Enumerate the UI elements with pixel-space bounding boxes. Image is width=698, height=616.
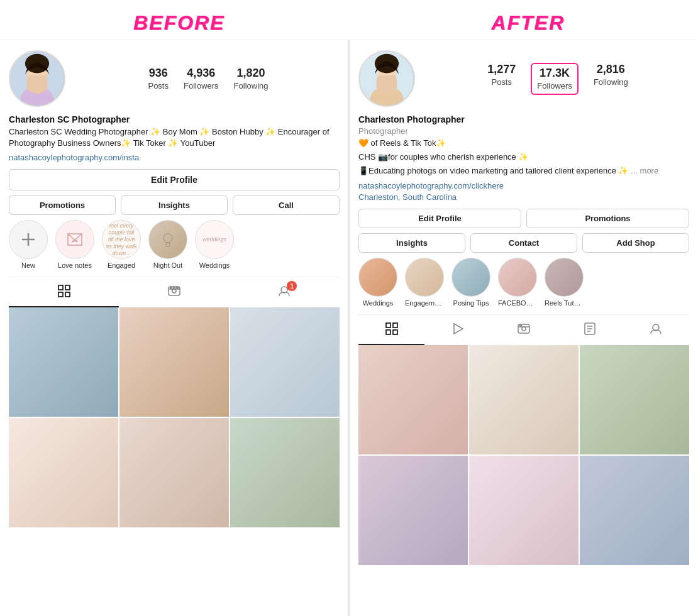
before-photo-grid: [9, 307, 340, 527]
after-tab-reels[interactable]: [490, 315, 557, 345]
after-stats: 1,277 Posts 17.3K Followers 2,816 Follow…: [426, 63, 689, 95]
highlight-weddings-before-circle: weddings: [195, 220, 234, 259]
highlight-reels[interactable]: Reels Tutori...: [545, 258, 584, 307]
highlight-facebook-label: FACEBOOK...: [498, 299, 537, 307]
before-photo-2: [119, 307, 229, 417]
before-tab-grid[interactable]: [9, 277, 119, 307]
before-highlights: New Love notes feel every couple fall al…: [9, 220, 340, 269]
after-posts-stat: 1,277 Posts: [487, 63, 516, 95]
highlight-new-label: New: [21, 261, 35, 269]
notification-badge: 1: [287, 281, 297, 291]
svg-rect-26: [393, 330, 397, 334]
highlight-night-out[interactable]: Night Out: [148, 220, 187, 269]
svg-point-7: [163, 234, 172, 243]
after-photo-5: [469, 456, 579, 565]
highlight-love-notes[interactable]: Love notes: [55, 220, 94, 269]
before-promotions-button[interactable]: Promotions: [9, 195, 116, 215]
highlight-facebook[interactable]: FACEBOOK...: [498, 258, 537, 307]
highlight-engagements-circle: [405, 258, 444, 297]
before-tab-reels[interactable]: [119, 277, 229, 307]
after-edit-profile-button[interactable]: Edit Profile: [358, 209, 521, 228]
highlight-nightout-label: Night Out: [153, 261, 182, 269]
highlight-love-circle: [55, 220, 94, 259]
before-following-stat: 1,820 Following: [234, 67, 269, 91]
svg-point-29: [522, 327, 526, 331]
before-profile-header: 936 Posts 4,936 Followers 1,820 Followin…: [9, 50, 340, 107]
highlight-facebook-circle: [498, 258, 537, 297]
before-photo-5: [119, 418, 229, 527]
highlight-nightout-circle: [148, 220, 187, 259]
after-contact-button[interactable]: Contact: [470, 233, 577, 253]
after-tab-tagged[interactable]: [623, 315, 689, 345]
highlight-engagements[interactable]: Engagements: [405, 258, 444, 307]
before-insights-button[interactable]: Insights: [121, 195, 228, 215]
after-photo-6: [580, 456, 689, 565]
svg-point-30: [520, 324, 522, 326]
after-label: AFTER: [491, 11, 565, 35]
after-insights-button[interactable]: Insights: [358, 233, 465, 253]
highlight-reels-circle: [545, 258, 584, 297]
after-bio: Charleston Photographer Photographer 🧡 o…: [358, 114, 689, 202]
after-bio-link[interactable]: natashacoylephotography.com/clickhere: [358, 181, 504, 190]
before-stats: 936 Posts 4,936 Followers 1,820 Followin…: [77, 67, 340, 91]
highlight-weddings-after[interactable]: Weddings: [358, 258, 397, 307]
after-add-shop-button[interactable]: Add Shop: [582, 233, 689, 253]
before-panel: 936 Posts 4,936 Followers 1,820 Followin…: [0, 40, 350, 616]
before-tab-tagged[interactable]: 1: [230, 277, 340, 307]
before-followers-stat: 4,936 Followers: [184, 67, 219, 91]
highlight-posing-circle: [451, 258, 490, 297]
before-action-buttons: Promotions Insights Call: [9, 195, 340, 215]
after-tab-guide[interactable]: [557, 315, 623, 345]
svg-point-17: [176, 287, 178, 289]
highlight-engaged-circle: feel every couple fall all the love as t…: [102, 220, 141, 259]
svg-rect-25: [386, 330, 391, 334]
after-profile-header: 1,277 Posts 17.3K Followers 2,816 Follow…: [358, 50, 689, 107]
svg-marker-27: [454, 324, 463, 334]
after-tab-video[interactable]: [424, 315, 490, 345]
highlight-engaged-label: Engaged: [108, 261, 135, 269]
highlight-love-label: Love notes: [58, 261, 92, 269]
svg-point-15: [170, 287, 172, 289]
svg-rect-23: [386, 323, 391, 327]
svg-rect-8: [166, 243, 170, 246]
svg-rect-11: [58, 292, 63, 297]
svg-rect-10: [65, 285, 70, 290]
highlight-posing[interactable]: Posing Tips: [451, 258, 490, 307]
after-followers-stat: 17.3K Followers: [531, 63, 579, 95]
after-panel: 1,277 Posts 17.3K Followers 2,816 Follow…: [350, 40, 698, 616]
after-photo-4: [358, 456, 468, 565]
after-promotions-button[interactable]: Promotions: [526, 209, 689, 228]
after-action-buttons: Insights Contact Add Shop: [358, 233, 689, 253]
highlight-new-circle: [9, 220, 48, 259]
highlight-new[interactable]: New: [9, 220, 48, 269]
before-avatar: [9, 50, 65, 107]
highlight-engaged[interactable]: feel every couple fall all the love as t…: [102, 220, 141, 269]
highlight-weddings-before[interactable]: weddings Weddings: [195, 220, 234, 269]
before-call-button[interactable]: Call: [233, 195, 340, 215]
svg-rect-9: [58, 285, 63, 290]
highlight-weddings-before-label: Weddings: [199, 261, 230, 269]
before-photo-3: [230, 307, 340, 417]
svg-rect-24: [393, 323, 397, 327]
before-bio-link[interactable]: natashacoylephotography.com/insta: [9, 153, 139, 162]
before-label: BEFORE: [133, 11, 224, 35]
before-photo-1: [9, 307, 118, 417]
highlight-weddings-label: Weddings: [363, 299, 394, 307]
highlight-posing-label: Posing Tips: [453, 299, 489, 307]
before-photo-6: [230, 418, 340, 527]
highlight-reels-label: Reels Tutori...: [545, 299, 584, 307]
svg-rect-12: [65, 292, 70, 297]
highlight-weddings-circle: [358, 258, 397, 297]
after-tab-grid[interactable]: [358, 315, 424, 345]
after-photo-grid: [358, 345, 689, 565]
after-tab-bar: [358, 314, 689, 345]
after-following-stat: 2,816 Following: [594, 63, 628, 95]
comparison-header: BEFORE AFTER: [0, 0, 698, 40]
highlight-engagements-label: Engagements: [405, 299, 444, 307]
after-avatar: [358, 50, 415, 107]
panels-container: 936 Posts 4,936 Followers 1,820 Followin…: [0, 40, 698, 616]
after-photo-2: [469, 345, 579, 454]
before-edit-profile-button[interactable]: Edit Profile: [9, 169, 340, 190]
svg-point-14: [172, 289, 176, 293]
after-photo-3: [580, 345, 689, 454]
